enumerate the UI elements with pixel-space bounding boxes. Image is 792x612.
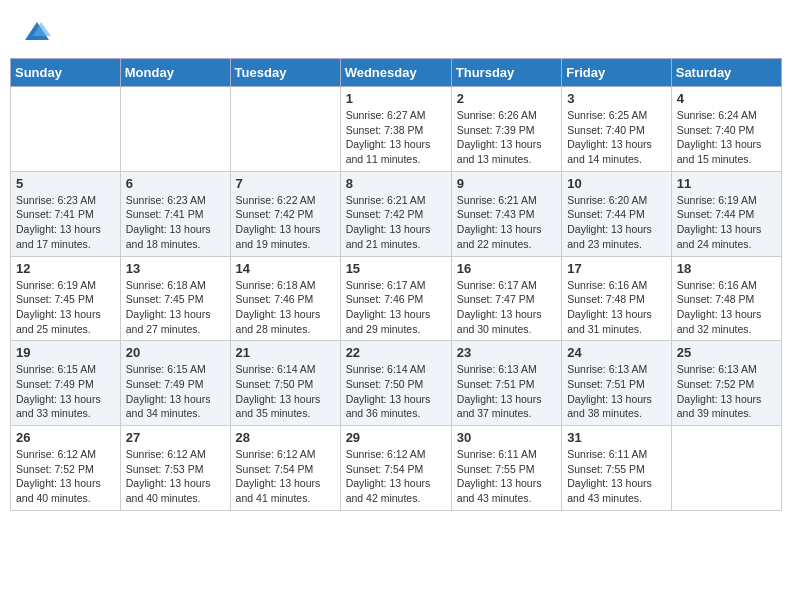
calendar-week-3: 12Sunrise: 6:19 AMSunset: 7:45 PMDayligh… [11, 256, 782, 341]
day-info: Sunrise: 6:21 AMSunset: 7:42 PMDaylight:… [346, 193, 446, 252]
day-number: 6 [126, 176, 225, 191]
calendar-cell: 19Sunrise: 6:15 AMSunset: 7:49 PMDayligh… [11, 341, 121, 426]
day-number: 27 [126, 430, 225, 445]
calendar-cell: 27Sunrise: 6:12 AMSunset: 7:53 PMDayligh… [120, 426, 230, 511]
calendar-cell: 14Sunrise: 6:18 AMSunset: 7:46 PMDayligh… [230, 256, 340, 341]
day-number: 8 [346, 176, 446, 191]
day-info: Sunrise: 6:23 AMSunset: 7:41 PMDaylight:… [126, 193, 225, 252]
calendar-cell: 12Sunrise: 6:19 AMSunset: 7:45 PMDayligh… [11, 256, 121, 341]
calendar-cell: 18Sunrise: 6:16 AMSunset: 7:48 PMDayligh… [671, 256, 781, 341]
day-number: 17 [567, 261, 666, 276]
day-info: Sunrise: 6:17 AMSunset: 7:47 PMDaylight:… [457, 278, 556, 337]
day-info: Sunrise: 6:14 AMSunset: 7:50 PMDaylight:… [236, 362, 335, 421]
calendar-cell: 8Sunrise: 6:21 AMSunset: 7:42 PMDaylight… [340, 171, 451, 256]
col-header-wednesday: Wednesday [340, 59, 451, 87]
day-info: Sunrise: 6:18 AMSunset: 7:45 PMDaylight:… [126, 278, 225, 337]
logo-icon [23, 18, 51, 46]
day-info: Sunrise: 6:12 AMSunset: 7:53 PMDaylight:… [126, 447, 225, 506]
day-info: Sunrise: 6:17 AMSunset: 7:46 PMDaylight:… [346, 278, 446, 337]
day-info: Sunrise: 6:21 AMSunset: 7:43 PMDaylight:… [457, 193, 556, 252]
day-info: Sunrise: 6:25 AMSunset: 7:40 PMDaylight:… [567, 108, 666, 167]
calendar-cell: 16Sunrise: 6:17 AMSunset: 7:47 PMDayligh… [451, 256, 561, 341]
day-info: Sunrise: 6:20 AMSunset: 7:44 PMDaylight:… [567, 193, 666, 252]
day-info: Sunrise: 6:26 AMSunset: 7:39 PMDaylight:… [457, 108, 556, 167]
day-number: 9 [457, 176, 556, 191]
day-info: Sunrise: 6:15 AMSunset: 7:49 PMDaylight:… [16, 362, 115, 421]
day-number: 24 [567, 345, 666, 360]
day-info: Sunrise: 6:12 AMSunset: 7:54 PMDaylight:… [236, 447, 335, 506]
day-number: 4 [677, 91, 776, 106]
day-info: Sunrise: 6:19 AMSunset: 7:45 PMDaylight:… [16, 278, 115, 337]
day-info: Sunrise: 6:24 AMSunset: 7:40 PMDaylight:… [677, 108, 776, 167]
day-number: 30 [457, 430, 556, 445]
calendar-cell: 22Sunrise: 6:14 AMSunset: 7:50 PMDayligh… [340, 341, 451, 426]
calendar-cell: 6Sunrise: 6:23 AMSunset: 7:41 PMDaylight… [120, 171, 230, 256]
day-number: 23 [457, 345, 556, 360]
day-number: 19 [16, 345, 115, 360]
calendar-cell: 15Sunrise: 6:17 AMSunset: 7:46 PMDayligh… [340, 256, 451, 341]
calendar-cell: 24Sunrise: 6:13 AMSunset: 7:51 PMDayligh… [562, 341, 672, 426]
day-number: 16 [457, 261, 556, 276]
day-info: Sunrise: 6:18 AMSunset: 7:46 PMDaylight:… [236, 278, 335, 337]
day-info: Sunrise: 6:27 AMSunset: 7:38 PMDaylight:… [346, 108, 446, 167]
calendar-cell: 1Sunrise: 6:27 AMSunset: 7:38 PMDaylight… [340, 87, 451, 172]
col-header-monday: Monday [120, 59, 230, 87]
page-header [10, 10, 782, 52]
day-number: 26 [16, 430, 115, 445]
day-number: 2 [457, 91, 556, 106]
day-info: Sunrise: 6:15 AMSunset: 7:49 PMDaylight:… [126, 362, 225, 421]
calendar-cell: 2Sunrise: 6:26 AMSunset: 7:39 PMDaylight… [451, 87, 561, 172]
day-number: 22 [346, 345, 446, 360]
calendar-cell: 26Sunrise: 6:12 AMSunset: 7:52 PMDayligh… [11, 426, 121, 511]
day-number: 18 [677, 261, 776, 276]
calendar-cell: 7Sunrise: 6:22 AMSunset: 7:42 PMDaylight… [230, 171, 340, 256]
calendar-cell: 25Sunrise: 6:13 AMSunset: 7:52 PMDayligh… [671, 341, 781, 426]
day-info: Sunrise: 6:13 AMSunset: 7:51 PMDaylight:… [457, 362, 556, 421]
calendar-week-1: 1Sunrise: 6:27 AMSunset: 7:38 PMDaylight… [11, 87, 782, 172]
calendar-week-5: 26Sunrise: 6:12 AMSunset: 7:52 PMDayligh… [11, 426, 782, 511]
day-info: Sunrise: 6:12 AMSunset: 7:52 PMDaylight:… [16, 447, 115, 506]
day-number: 21 [236, 345, 335, 360]
calendar-cell: 31Sunrise: 6:11 AMSunset: 7:55 PMDayligh… [562, 426, 672, 511]
day-info: Sunrise: 6:14 AMSunset: 7:50 PMDaylight:… [346, 362, 446, 421]
day-info: Sunrise: 6:16 AMSunset: 7:48 PMDaylight:… [677, 278, 776, 337]
col-header-thursday: Thursday [451, 59, 561, 87]
day-number: 5 [16, 176, 115, 191]
calendar-cell: 30Sunrise: 6:11 AMSunset: 7:55 PMDayligh… [451, 426, 561, 511]
calendar-cell: 10Sunrise: 6:20 AMSunset: 7:44 PMDayligh… [562, 171, 672, 256]
day-info: Sunrise: 6:11 AMSunset: 7:55 PMDaylight:… [457, 447, 556, 506]
logo-line1 [20, 18, 51, 46]
day-info: Sunrise: 6:13 AMSunset: 7:51 PMDaylight:… [567, 362, 666, 421]
day-number: 7 [236, 176, 335, 191]
calendar-cell [230, 87, 340, 172]
col-header-sunday: Sunday [11, 59, 121, 87]
calendar-cell [671, 426, 781, 511]
day-number: 25 [677, 345, 776, 360]
calendar-cell: 21Sunrise: 6:14 AMSunset: 7:50 PMDayligh… [230, 341, 340, 426]
calendar-header-row: SundayMondayTuesdayWednesdayThursdayFrid… [11, 59, 782, 87]
calendar-table: SundayMondayTuesdayWednesdayThursdayFrid… [10, 58, 782, 511]
calendar-week-2: 5Sunrise: 6:23 AMSunset: 7:41 PMDaylight… [11, 171, 782, 256]
day-number: 12 [16, 261, 115, 276]
day-info: Sunrise: 6:22 AMSunset: 7:42 PMDaylight:… [236, 193, 335, 252]
day-number: 10 [567, 176, 666, 191]
day-info: Sunrise: 6:23 AMSunset: 7:41 PMDaylight:… [16, 193, 115, 252]
day-number: 11 [677, 176, 776, 191]
day-number: 28 [236, 430, 335, 445]
day-number: 15 [346, 261, 446, 276]
calendar-week-4: 19Sunrise: 6:15 AMSunset: 7:49 PMDayligh… [11, 341, 782, 426]
calendar-cell: 20Sunrise: 6:15 AMSunset: 7:49 PMDayligh… [120, 341, 230, 426]
day-info: Sunrise: 6:19 AMSunset: 7:44 PMDaylight:… [677, 193, 776, 252]
calendar-cell: 9Sunrise: 6:21 AMSunset: 7:43 PMDaylight… [451, 171, 561, 256]
day-number: 31 [567, 430, 666, 445]
calendar-cell: 11Sunrise: 6:19 AMSunset: 7:44 PMDayligh… [671, 171, 781, 256]
day-number: 1 [346, 91, 446, 106]
day-number: 3 [567, 91, 666, 106]
day-info: Sunrise: 6:16 AMSunset: 7:48 PMDaylight:… [567, 278, 666, 337]
day-number: 20 [126, 345, 225, 360]
calendar-cell: 28Sunrise: 6:12 AMSunset: 7:54 PMDayligh… [230, 426, 340, 511]
col-header-tuesday: Tuesday [230, 59, 340, 87]
calendar-cell [11, 87, 121, 172]
day-info: Sunrise: 6:13 AMSunset: 7:52 PMDaylight:… [677, 362, 776, 421]
day-number: 13 [126, 261, 225, 276]
